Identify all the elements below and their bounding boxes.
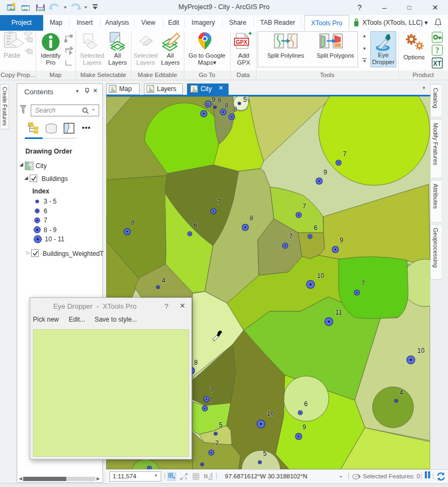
- svg-text:5: 5: [263, 450, 267, 457]
- svg-text:7: 7: [302, 203, 306, 210]
- svg-text:7: 7: [343, 150, 347, 158]
- svg-text:10: 10: [317, 272, 325, 280]
- svg-text:6: 6: [304, 400, 308, 408]
- svg-text:7: 7: [215, 440, 219, 447]
- svg-text:6: 6: [194, 221, 197, 229]
- svg-text:10: 10: [417, 347, 425, 354]
- svg-text:7: 7: [361, 280, 365, 287]
- svg-text:11: 11: [335, 309, 342, 316]
- svg-text:7: 7: [44, 217, 47, 224]
- svg-text:7: 7: [289, 233, 293, 240]
- svg-text:9: 9: [323, 169, 327, 176]
- svg-text:9: 9: [340, 236, 343, 244]
- svg-text:GPX: GPX: [236, 39, 247, 45]
- svg-text:8: 8: [233, 106, 237, 113]
- svg-text:8: 8: [225, 102, 229, 109]
- svg-text:4: 4: [162, 277, 166, 284]
- svg-text:6: 6: [218, 96, 222, 104]
- svg-text:8: 8: [131, 219, 135, 226]
- svg-text:7: 7: [210, 386, 214, 394]
- svg-text:9: 9: [302, 423, 306, 431]
- svg-text:?: ?: [436, 46, 439, 54]
- svg-text:6: 6: [314, 224, 318, 232]
- svg-text:8: 8: [250, 214, 253, 222]
- svg-text:8 - 9: 8 - 9: [44, 226, 57, 234]
- svg-text:8: 8: [194, 359, 198, 366]
- svg-text:7: 7: [217, 198, 221, 206]
- svg-text:10 - 11: 10 - 11: [45, 235, 65, 243]
- svg-text:8: 8: [205, 102, 209, 109]
- svg-text:5: 5: [219, 421, 223, 429]
- svg-text:4: 4: [399, 389, 403, 396]
- svg-text:N: N: [204, 474, 208, 479]
- svg-text:7: 7: [209, 396, 213, 403]
- svg-text:3 - 5: 3 - 5: [44, 198, 57, 205]
- svg-text:10: 10: [267, 410, 274, 418]
- svg-text:XT: XT: [433, 60, 442, 67]
- svg-text:6: 6: [44, 207, 47, 215]
- svg-text:5: 5: [243, 96, 247, 103]
- svg-text:9: 9: [212, 96, 216, 103]
